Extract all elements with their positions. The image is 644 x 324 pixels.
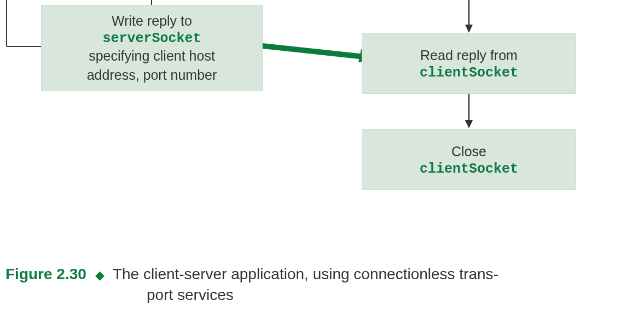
caption-text2: port services bbox=[147, 286, 640, 304]
svg-marker-8 bbox=[465, 120, 473, 128]
box-read-reply: Read reply from clientSocket bbox=[362, 33, 576, 94]
box3-line1: Close bbox=[451, 142, 486, 161]
caption-text1: The client-server application, using con… bbox=[113, 266, 498, 282]
svg-line-5 bbox=[263, 46, 364, 57]
box3-code: clientSocket bbox=[420, 161, 518, 177]
figure-caption: Figure 2.30 ◆ The client-server applicat… bbox=[5, 266, 640, 304]
box1-line1: Write reply to bbox=[112, 11, 192, 31]
box1-line3: address, port number bbox=[87, 66, 217, 85]
figure-number: Figure 2.30 bbox=[5, 266, 86, 282]
box1-code: serverSocket bbox=[102, 31, 201, 46]
svg-marker-4 bbox=[465, 25, 473, 33]
box2-code: clientSocket bbox=[420, 65, 518, 81]
box1-line2: specifying client host bbox=[89, 46, 215, 66]
box-close: Close clientSocket bbox=[362, 129, 576, 190]
box-write-reply: Write reply to serverSocket specifying c… bbox=[41, 5, 263, 91]
box2-line1: Read reply from bbox=[420, 46, 518, 65]
diamond-icon: ◆ bbox=[95, 268, 105, 282]
